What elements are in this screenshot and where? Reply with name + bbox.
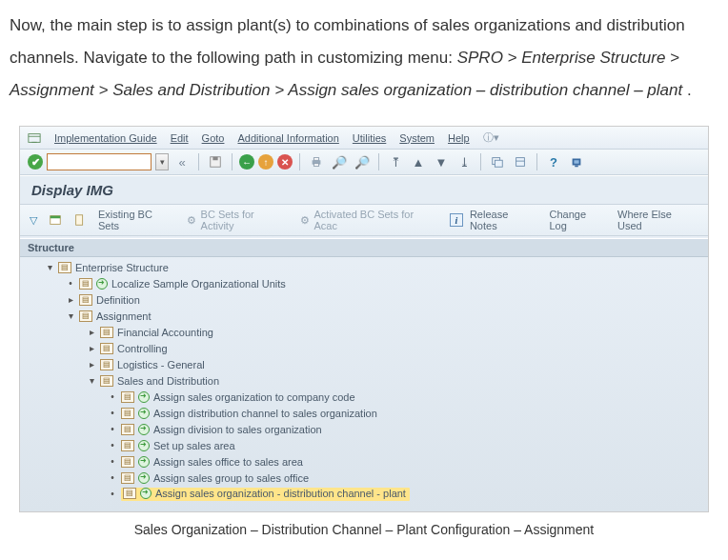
nav-back-icon[interactable]: ← bbox=[239, 154, 254, 170]
svg-rect-13 bbox=[51, 216, 61, 219]
svg-rect-5 bbox=[313, 164, 318, 167]
img-node-icon: ▤ bbox=[121, 440, 134, 451]
img-node-icon: ▤ bbox=[121, 408, 134, 419]
svg-rect-4 bbox=[313, 158, 318, 161]
tree-node-assignment[interactable]: ▾ ▤ Assignment bbox=[20, 308, 708, 324]
svg-rect-0 bbox=[29, 133, 40, 142]
prev-page-button[interactable]: ▲ bbox=[409, 152, 428, 171]
tree-node-financial-accounting[interactable]: ▸ ▤ Financial Accounting bbox=[20, 324, 708, 340]
bc-sets-activity-button[interactable]: ⚙ BC Sets for Activity bbox=[187, 209, 289, 231]
svg-rect-7 bbox=[495, 160, 502, 167]
svg-rect-10 bbox=[574, 160, 578, 164]
tree-node-sales-distribution[interactable]: ▾ ▤ Sales and Distribution bbox=[20, 372, 708, 389]
info-icon: i bbox=[450, 213, 463, 227]
execute-icon[interactable] bbox=[138, 456, 150, 468]
find-button[interactable]: 🔎 bbox=[330, 152, 349, 171]
img-node-icon: ▤ bbox=[100, 327, 113, 338]
tree-leaf-assign-dchannel-sorg[interactable]: • ▤ Assign distribution channel to sales… bbox=[20, 405, 708, 421]
tree-area: Structure ▾ ▤ Enterprise Structure • ▤ L… bbox=[20, 236, 708, 511]
execute-icon[interactable] bbox=[140, 488, 152, 499]
execute-icon[interactable] bbox=[138, 440, 150, 451]
img-node-icon: ▤ bbox=[79, 294, 92, 306]
execute-icon[interactable] bbox=[138, 424, 150, 435]
expand-all-button[interactable]: ▽ bbox=[30, 214, 37, 227]
bullet-icon: • bbox=[108, 489, 117, 499]
shortcut-button[interactable] bbox=[511, 152, 530, 171]
expand-icon[interactable]: ▸ bbox=[87, 327, 96, 337]
sap-gui-window: Implementation Guide Edit Goto Additiona… bbox=[19, 126, 709, 512]
img-node-icon: ▤ bbox=[121, 391, 134, 403]
release-notes-button[interactable]: i Release Notes bbox=[450, 209, 538, 231]
doc-button[interactable] bbox=[73, 213, 87, 227]
svg-rect-8 bbox=[516, 158, 525, 167]
menu-edit[interactable]: Edit bbox=[171, 132, 189, 144]
tree-node-controlling[interactable]: ▸ ▤ Controlling bbox=[20, 340, 708, 356]
save-button[interactable] bbox=[206, 152, 225, 171]
where-else-used-button[interactable]: Where Else Used bbox=[617, 209, 698, 231]
back-button[interactable]: « bbox=[172, 152, 192, 171]
menu-goto[interactable]: Goto bbox=[202, 132, 225, 144]
figure-caption: Sales Organization – Distribution Channe… bbox=[10, 522, 718, 537]
img-tree: ▾ ▤ Enterprise Structure • ▤ Localize Sa… bbox=[20, 257, 708, 502]
img-node-icon: ▤ bbox=[100, 359, 113, 370]
collapse-icon[interactable]: ▾ bbox=[66, 310, 75, 321]
find-next-button[interactable]: 🔎 bbox=[353, 152, 372, 171]
tree-leaf-assign-sorg-dc-plant[interactable]: • ▤ Assign sales organization - distribu… bbox=[20, 486, 708, 502]
existing-bc-sets-button[interactable]: Existing BC Sets bbox=[98, 209, 175, 231]
bullet-icon: • bbox=[108, 456, 117, 467]
collapse-icon[interactable]: ▾ bbox=[87, 375, 96, 386]
sap-menu-icon[interactable] bbox=[28, 131, 41, 145]
article-end: . bbox=[687, 81, 692, 99]
expand-icon[interactable]: ▸ bbox=[87, 343, 96, 353]
bullet-icon: • bbox=[108, 424, 117, 434]
execute-icon[interactable] bbox=[138, 391, 150, 403]
bullet-icon: • bbox=[108, 472, 117, 483]
collapse-icon[interactable]: ▾ bbox=[45, 262, 54, 272]
tree-leaf-setup-sales-area[interactable]: • ▤ Set up sales area bbox=[20, 437, 708, 453]
command-dropdown[interactable]: ▾ bbox=[155, 153, 169, 170]
change-log-button[interactable]: Change Log bbox=[550, 209, 607, 231]
menu-system[interactable]: System bbox=[399, 132, 435, 144]
print-button[interactable] bbox=[307, 152, 326, 171]
svg-rect-14 bbox=[76, 215, 83, 226]
bullet-icon: • bbox=[66, 278, 75, 289]
expand-icon[interactable]: ▸ bbox=[87, 359, 96, 370]
nav-exit-icon[interactable]: ↑ bbox=[258, 154, 273, 170]
execute-icon[interactable] bbox=[96, 278, 108, 290]
nav-cancel-icon[interactable]: ✕ bbox=[277, 154, 293, 170]
menu-help[interactable]: Help bbox=[448, 132, 470, 144]
application-toolbar: ▽ Existing BC Sets ⚙ BC Sets for Activit… bbox=[20, 205, 708, 236]
tree-leaf-assign-sorg-company[interactable]: • ▤ Assign sales organization to company… bbox=[20, 389, 708, 405]
last-page-button[interactable]: ⤓ bbox=[455, 152, 474, 171]
next-page-button[interactable]: ▼ bbox=[432, 152, 451, 171]
tree-node-localize[interactable]: • ▤ Localize Sample Organizational Units bbox=[20, 275, 708, 291]
help-button[interactable]: ? bbox=[544, 152, 563, 171]
menu-utilities[interactable]: Utilities bbox=[353, 132, 386, 144]
menu-implementation-guide[interactable]: Implementation Guide bbox=[54, 132, 157, 144]
activated-bc-sets-button[interactable]: ⚙ Activated BC Sets for Acac bbox=[300, 209, 438, 231]
tree-node-logistics-general[interactable]: ▸ ▤ Logistics - General bbox=[20, 356, 708, 372]
execute-icon[interactable] bbox=[138, 408, 150, 419]
tree-leaf-assign-group-office[interactable]: • ▤ Assign sales group to sales office bbox=[20, 470, 708, 486]
first-page-button[interactable]: ⤒ bbox=[386, 152, 405, 171]
svg-rect-2 bbox=[212, 157, 217, 161]
expand-icon[interactable]: ▸ bbox=[66, 294, 75, 305]
tree-node-enterprise-structure[interactable]: ▾ ▤ Enterprise Structure bbox=[20, 259, 708, 275]
img-node-icon: ▤ bbox=[58, 262, 71, 273]
tree-leaf-assign-office-area[interactable]: • ▤ Assign sales office to sales area bbox=[20, 453, 708, 470]
menu-extra[interactable]: ⓘ▾ bbox=[483, 130, 499, 145]
customize-button[interactable] bbox=[567, 152, 586, 171]
tree-node-definition[interactable]: ▸ ▤ Definition bbox=[20, 291, 708, 308]
menu-additional-information[interactable]: Additional Information bbox=[237, 132, 338, 144]
img-node-icon: ▤ bbox=[121, 472, 134, 484]
execute-icon[interactable] bbox=[138, 472, 150, 484]
new-session-button[interactable] bbox=[488, 152, 507, 171]
command-field[interactable] bbox=[47, 153, 152, 170]
img-activity-button[interactable] bbox=[49, 213, 62, 227]
enter-button[interactable]: ✔ bbox=[28, 154, 43, 170]
tree-leaf-assign-division-sorg[interactable]: • ▤ Assign division to sales organizatio… bbox=[20, 421, 708, 437]
tree-header: Structure bbox=[20, 238, 708, 257]
bullet-icon: • bbox=[108, 408, 117, 418]
bullet-icon: • bbox=[108, 440, 117, 450]
toolbar: ✔ ▾ « ← ↑ ✕ 🔎 🔎 ⤒ ▲ ▼ ⤓ ? bbox=[20, 150, 708, 175]
